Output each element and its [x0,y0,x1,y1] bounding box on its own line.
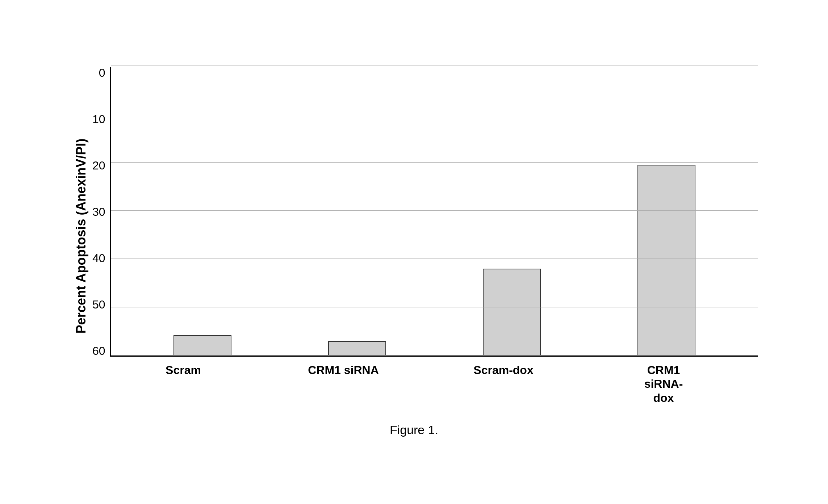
y-tick-60: 60 [92,345,105,357]
x-labels: ScramCRM1 siRNAScram-doxCRM1 siRNA- dox [89,357,758,405]
y-axis-label: Percent Apoptosis (AnexinV/PI) [70,67,89,405]
chart-inner: 60 50 40 30 20 10 0 [89,67,758,357]
grid-line-10 [111,307,758,307]
plot-area [110,67,758,357]
bar-rect-1 [328,341,386,356]
y-ticks: 60 50 40 30 20 10 0 [89,67,110,357]
x-label-1: CRM1 siRNA [307,363,380,405]
bar-rect-2 [483,269,541,356]
grid-line-40 [111,162,758,163]
y-tick-10: 10 [92,113,105,125]
bar-wrapper-1 [328,341,386,356]
bar-group-3 [637,165,695,356]
chart-area: Percent Apoptosis (AnexinV/PI) 60 50 40 … [70,67,758,405]
grid-line-0 [111,355,758,356]
bars-container [111,67,758,356]
bar-wrapper-3 [637,165,695,356]
y-tick-50: 50 [92,299,105,310]
x-label-0: Scram [147,363,219,405]
grid-line-30 [111,210,758,211]
y-tick-0: 0 [99,67,105,79]
bar-rect-3 [637,165,695,356]
figure-container: Percent Apoptosis (AnexinV/PI) 60 50 40 … [70,67,758,437]
bar-rect-0 [173,335,231,356]
x-label-2: Scram-dox [467,363,540,405]
y-tick-40: 40 [92,252,105,264]
y-tick-20: 20 [92,160,105,171]
bar-group-2 [483,269,541,356]
chart-with-axes: 60 50 40 30 20 10 0 ScramCRM1 siRNAScram… [89,67,758,405]
bar-group-1 [328,341,386,356]
bar-group-0 [173,335,231,356]
y-tick-30: 30 [92,206,105,218]
figure-caption: Figure 1. [390,423,438,437]
x-label-3: CRM1 siRNA- dox [627,363,700,405]
grid-line-50 [111,114,758,114]
grid-line-20 [111,259,758,259]
grid-line-60 [111,66,758,66]
bar-wrapper-2 [483,269,541,356]
bar-wrapper-0 [173,335,231,356]
